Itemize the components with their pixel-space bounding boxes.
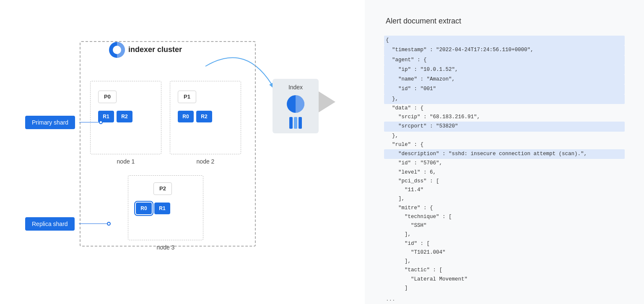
code-line-15: "pci_dss" : [ xyxy=(386,177,623,186)
code-line-13: "id" : "5706", xyxy=(386,159,623,168)
index-dot-1 xyxy=(289,117,293,129)
primary-shard-badge: Primary shard xyxy=(25,116,75,129)
panel-title: Alert document extract xyxy=(386,17,623,26)
shard-r2-node2: R2 xyxy=(196,111,212,122)
shard-r1-node3: R1 xyxy=(154,203,170,214)
replica-shard-dot xyxy=(107,222,111,226)
node-2-label: node 2 xyxy=(170,158,241,165)
code-line-24: ], xyxy=(386,257,623,266)
code-line-18: "mitre" : { xyxy=(386,204,623,213)
shard-r2-node1: R2 xyxy=(117,111,132,122)
diagram-panel: indexer cluster P0 R1 R2 node 1 P1 R0 R2… xyxy=(0,0,365,304)
node-3-label: node 3 xyxy=(128,244,203,251)
code-line-0: { xyxy=(384,36,625,45)
wazuh-logo xyxy=(109,42,125,58)
index-label: Index xyxy=(273,84,319,91)
indexer-cluster-label: indexer cluster xyxy=(109,42,182,58)
diagram-container: indexer cluster P0 R1 R2 node 1 P1 R0 R2… xyxy=(25,16,340,288)
replica-shard-line xyxy=(79,223,110,224)
code-line-9: "srcport" : "53820" xyxy=(384,122,625,131)
code-line-1: "timestamp" : "2022-04-24T17:24:56.110+0… xyxy=(384,45,625,55)
node-3-box: P2 R0 R1 node 3 xyxy=(128,175,203,240)
code-line-26: "Lateral Movement" xyxy=(386,275,623,284)
shard-r0-node2: R0 xyxy=(178,111,194,122)
index-dot-2 xyxy=(294,117,297,129)
code-line-20: "SSH" xyxy=(386,221,623,230)
primary-shard-dot xyxy=(99,120,103,124)
alert-document-panel: Alert document extract { "timestamp" : "… xyxy=(365,0,644,304)
node-1-label: node 1 xyxy=(91,158,161,165)
code-line-11: "rule" : { xyxy=(386,140,623,149)
code-line-6: }, xyxy=(384,94,625,104)
primary-shard-label: Primary shard xyxy=(25,116,102,129)
index-dot-3 xyxy=(299,117,302,129)
svg-marker-2 xyxy=(319,91,335,112)
index-box: Index xyxy=(273,79,319,133)
code-line-22: "id" : [ xyxy=(386,239,623,248)
code-block: { "timestamp" : "2022-04-24T17:24:56.110… xyxy=(386,36,623,304)
code-ellipsis: ... xyxy=(386,295,623,304)
node-2-box: P1 R0 R2 node 2 xyxy=(170,81,241,154)
index-icon xyxy=(287,95,304,113)
primary-shard-line xyxy=(79,122,102,123)
code-line-2: "agent" : { xyxy=(384,55,625,65)
shard-p0: P0 xyxy=(98,91,117,103)
replica-shard-label: Replica shard xyxy=(25,217,110,231)
code-line-8: "srcip" : "68.183.216.91", xyxy=(386,113,623,122)
code-line-3: "ip" : "10.0.1.52", xyxy=(384,65,625,75)
code-line-25: "tactic" : [ xyxy=(386,266,623,275)
code-line-21: ], xyxy=(386,230,623,239)
shard-p2: P2 xyxy=(153,182,172,195)
code-line-5: "id" : "001" xyxy=(384,84,625,94)
shard-r0-node3: R0 xyxy=(136,203,152,214)
code-line-14: "level" : 6, xyxy=(386,168,623,177)
code-line-17: ], xyxy=(386,195,623,203)
code-line-7: "data" : { xyxy=(386,104,623,113)
code-line-23: "T1021.004" xyxy=(386,248,623,257)
shard-p1: P1 xyxy=(178,91,196,103)
code-line-12: "description" : "sshd: insecure connecti… xyxy=(384,149,625,159)
index-dots xyxy=(289,117,302,129)
code-line-10: }, xyxy=(386,132,623,140)
replica-shard-badge: Replica shard xyxy=(25,217,75,231)
code-line-19: "technique" : [ xyxy=(386,213,623,221)
code-line-27: ] xyxy=(386,284,623,293)
cluster-label-text: indexer cluster xyxy=(128,45,182,54)
code-line-4: "name" : "Amazon", xyxy=(384,75,625,84)
code-line-16: "11.4" xyxy=(386,186,623,195)
